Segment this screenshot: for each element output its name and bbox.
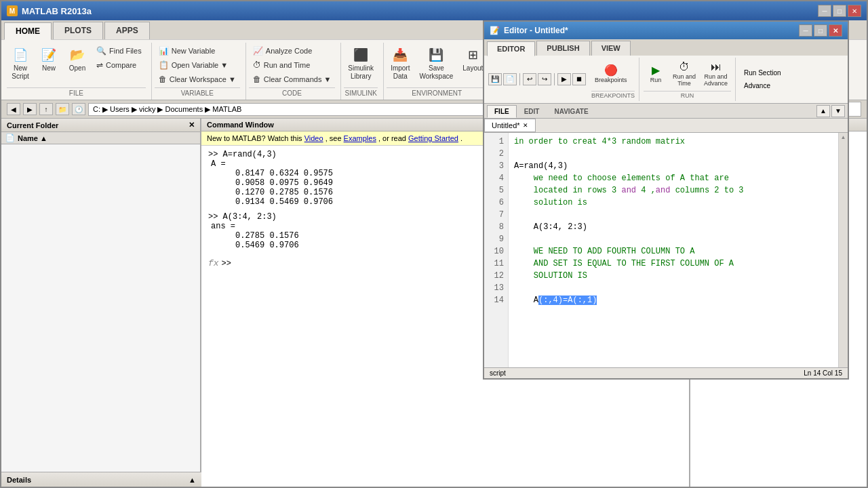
run-section-button[interactable]: Run Section bbox=[740, 67, 785, 79]
clear-commands-button[interactable]: 🗑 Clear Commands ▼ bbox=[249, 73, 336, 86]
details-expand-icon: ▲ bbox=[189, 476, 196, 484]
code-text[interactable]: in order to creat 4*3 random matrix A=ra… bbox=[509, 133, 838, 367]
up-button[interactable]: ↑ bbox=[39, 103, 53, 115]
editor-maximize-button[interactable]: □ bbox=[814, 24, 827, 37]
find-files-label: Find Files bbox=[109, 47, 142, 55]
run-btn[interactable]: ▶ Run bbox=[644, 62, 668, 86]
editor-undo-button[interactable]: ↩ bbox=[523, 73, 536, 85]
run-time-btn[interactable]: ⏱ Run andTime bbox=[669, 59, 699, 89]
selected-code: (:,4)=A(:,1) bbox=[538, 296, 597, 305]
editor-tab-view[interactable]: VIEW bbox=[591, 41, 631, 56]
open-label: Open bbox=[69, 64, 85, 73]
compare-label: Compare bbox=[106, 61, 136, 69]
editor-minimize-button[interactable]: ─ bbox=[799, 24, 812, 37]
matlab-window: M MATLAB R2013a ─ □ ✕ HOME PLOTS APPS 📄 … bbox=[0, 0, 868, 488]
open-variable-button[interactable]: 📋 Open Variable ▼ bbox=[155, 58, 240, 72]
find-files-button[interactable]: 🔍 Find Files bbox=[92, 44, 146, 58]
new-label: New bbox=[42, 64, 56, 73]
tab-plots[interactable]: PLOTS bbox=[53, 22, 103, 39]
script-type-label: script bbox=[490, 369, 506, 377]
editor-window: 📝 Editor - Untitled* ─ □ ✕ EDITOR PUBLIS… bbox=[483, 20, 849, 380]
new-button[interactable]: 📝 New bbox=[35, 44, 62, 75]
new-script-button[interactable]: 📄 NewScript bbox=[7, 44, 34, 83]
run-advance-btn[interactable]: ⏭ Run andAdvance bbox=[701, 59, 731, 89]
clear-commands-icon: 🗑 bbox=[253, 75, 261, 84]
minimize-button[interactable]: ─ bbox=[818, 5, 831, 17]
editor-nav-edit[interactable]: EDIT bbox=[517, 105, 547, 118]
code-line-3: A=rand(4,3) bbox=[514, 161, 568, 171]
code-line-4: we need to choose elements of A that are bbox=[514, 174, 729, 183]
editor-nav-file[interactable]: FILE bbox=[487, 105, 517, 118]
code-line-8: A(3:4, 2:3) bbox=[514, 222, 587, 232]
editor-close-button[interactable]: ✕ bbox=[829, 24, 842, 37]
name-column-icon: 📄 bbox=[5, 134, 15, 142]
browse-button[interactable]: 📁 bbox=[56, 103, 69, 115]
code-col: 📈 Analyze Code ⏱ Run and Time 🗑 Clear Co… bbox=[249, 44, 336, 86]
run-btn-label: Run bbox=[650, 77, 662, 84]
import-data-button[interactable]: 📥 ImportData bbox=[387, 44, 414, 83]
new-variable-icon: 📊 bbox=[159, 46, 169, 56]
code-line-6: solution is bbox=[514, 198, 587, 207]
editor-nav-navigate[interactable]: NAVIGATE bbox=[547, 105, 595, 118]
current-folder-close[interactable]: ✕ bbox=[189, 121, 195, 129]
editor-run-button[interactable]: ▶ bbox=[557, 73, 571, 85]
command-window-title: Command Window bbox=[207, 121, 274, 129]
name-column-label: Name ▲ bbox=[18, 134, 47, 142]
details-bar[interactable]: Details ▲ bbox=[1, 472, 201, 487]
breakpoints-button[interactable]: 🔴 Breakpoints bbox=[591, 62, 631, 86]
layout-icon: ⊞ bbox=[465, 47, 481, 63]
variable-group-label: VARIABLE bbox=[155, 87, 240, 98]
editor-title-left: 📝 Editor - Untitled* bbox=[490, 26, 568, 35]
editor-nav-tabs: FILE EDIT NAVIGATE ▲ ▼ bbox=[484, 104, 848, 119]
variable-buttons: 📊 New Variable 📋 Open Variable ▼ 🗑 Clear… bbox=[155, 44, 240, 86]
nav-up-arrow[interactable]: ▲ bbox=[816, 105, 830, 117]
tab-home[interactable]: HOME bbox=[4, 22, 52, 40]
compare-button[interactable]: ⇌ Compare bbox=[92, 58, 146, 72]
window-title: MATLAB R2013a bbox=[22, 6, 92, 16]
run-and-time-button[interactable]: ⏱ Run and Time bbox=[249, 58, 336, 72]
open-button[interactable]: 📂 Open bbox=[64, 44, 91, 75]
toolbar-divider-1 bbox=[519, 73, 520, 85]
code-content[interactable]: 1234567891011121314 in order to creat 4*… bbox=[484, 133, 848, 367]
editor-title: Editor - Untitled* bbox=[504, 26, 568, 35]
run-time-icon: ⏱ bbox=[679, 61, 690, 73]
maximize-button[interactable]: □ bbox=[833, 5, 846, 17]
run-buttons: ▶ Run ⏱ Run andTime ⏭ Run andAdvance bbox=[644, 59, 731, 89]
code-line-12: SOLUTION IS bbox=[514, 271, 587, 281]
examples-link[interactable]: Examples bbox=[344, 134, 376, 142]
breakpoints-buttons: 🔴 Breakpoints bbox=[591, 59, 635, 89]
analyze-code-button[interactable]: 📈 Analyze Code bbox=[249, 44, 336, 58]
run-and-time-label: Run and Time bbox=[264, 61, 310, 69]
clear-workspace-button[interactable]: 🗑 Clear Workspace ▼ bbox=[155, 73, 240, 86]
editor-save-button[interactable]: 💾 bbox=[488, 73, 502, 85]
untitled-tab-label: Untitled* bbox=[492, 121, 520, 129]
history-button[interactable]: 🕐 bbox=[72, 103, 85, 115]
find-files-icon: 🔍 bbox=[96, 46, 106, 56]
save-workspace-button[interactable]: 💾 SaveWorkspace bbox=[415, 44, 457, 83]
ribbon-group-code: 📈 Analyze Code ⏱ Run and Time 🗑 Clear Co… bbox=[246, 43, 342, 100]
getting-started-link[interactable]: Getting Started bbox=[408, 134, 458, 142]
editor-save-as-button[interactable]: 📄 bbox=[503, 73, 517, 85]
editor-stop-button[interactable]: ⏹ bbox=[572, 73, 586, 85]
editor-redo-button[interactable]: ↪ bbox=[538, 73, 551, 85]
tab-close-icon[interactable]: ✕ bbox=[523, 122, 528, 129]
ribbon-group-simulink: ⬛ SimulinkLibrary SIMULINK bbox=[341, 43, 384, 100]
close-button[interactable]: ✕ bbox=[848, 5, 861, 17]
advance-button[interactable]: Advance bbox=[740, 80, 785, 92]
untitled-tab[interactable]: Untitled* ✕ bbox=[484, 119, 536, 132]
editor-ribbon: EDITOR PUBLISH VIEW 💾 📄 ↩ ↪ ▶ ⏹ bbox=[484, 39, 848, 104]
editor-tab-publish[interactable]: PUBLISH bbox=[536, 41, 589, 56]
file-group-label: FILE bbox=[7, 87, 146, 98]
editor-tab-editor[interactable]: EDITOR bbox=[487, 41, 535, 56]
simulink-library-button[interactable]: ⬛ SimulinkLibrary bbox=[344, 44, 378, 83]
nav-down-arrow[interactable]: ▼ bbox=[831, 105, 845, 117]
editor-icon: 📝 bbox=[490, 26, 500, 35]
new-variable-button[interactable]: 📊 New Variable bbox=[155, 44, 240, 58]
editor-scrollbar[interactable]: ▲ bbox=[838, 133, 848, 367]
tab-apps[interactable]: APPS bbox=[104, 22, 150, 39]
code-buttons: 📈 Analyze Code ⏱ Run and Time 🗑 Clear Co… bbox=[249, 44, 336, 86]
forward-button[interactable]: ▶ bbox=[23, 103, 37, 115]
clear-workspace-label: Clear Workspace ▼ bbox=[170, 75, 236, 83]
video-link[interactable]: Video bbox=[304, 134, 323, 142]
back-button[interactable]: ◀ bbox=[7, 103, 20, 115]
